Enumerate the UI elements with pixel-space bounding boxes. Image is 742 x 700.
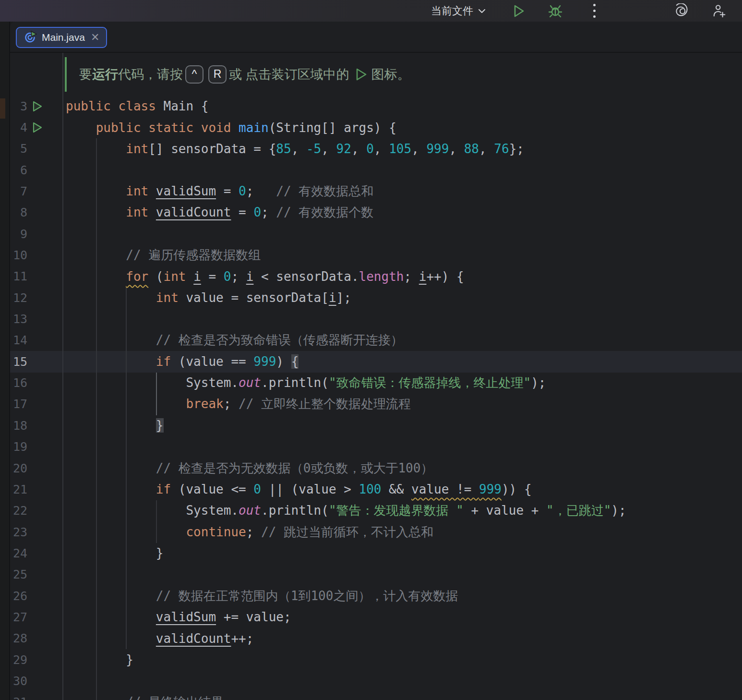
code-line[interactable]: 28 validCount++; <box>10 628 742 649</box>
code-text: // 检查是否为无效数据（0或负数，或大于100） <box>62 460 433 477</box>
line-number[interactable]: 12 <box>10 291 27 305</box>
code-line[interactable]: 5 int[] sensorData = {85, -5, 92, 0, 105… <box>10 138 742 159</box>
code-line[interactable]: 11 for (int i = 0; i < sensorData.length… <box>10 266 742 287</box>
line-number[interactable]: 4 <box>10 121 27 134</box>
more-options-button[interactable] <box>586 3 602 19</box>
code-line[interactable]: 22 System.out.println("警告：发现越界数据 " + val… <box>10 500 742 521</box>
code-line[interactable]: 12 int value = sensorData[i]; <box>10 287 742 308</box>
code-line[interactable]: 26 // 数据在正常范围内（1到100之间），计入有效数据 <box>10 585 742 606</box>
code-line[interactable]: 27 validSum += value; <box>10 606 742 628</box>
editor-rows: 3public class Main {4 public static void… <box>10 96 742 700</box>
code-line[interactable]: 14 // 检查是否为致命错误（传感器断开连接） <box>10 330 742 351</box>
gutter-run-icon[interactable] <box>27 100 62 113</box>
line-number[interactable]: 11 <box>10 269 27 283</box>
line-number[interactable]: 30 <box>10 674 27 688</box>
code-line[interactable]: 8 int validCount = 0; // 有效数据个数 <box>10 202 742 223</box>
banner-segment: 或 点击装订区域中的 <box>229 66 349 83</box>
java-run-class-icon <box>24 30 37 45</box>
line-number[interactable]: 13 <box>10 312 27 326</box>
code-line[interactable]: 29 } <box>10 649 742 670</box>
code-line[interactable]: 17 break; // 立即终止整个数据处理流程 <box>10 394 742 415</box>
code-line[interactable]: 21 if (value <= 0 || (value > 100 && val… <box>10 479 742 500</box>
line-number[interactable]: 7 <box>10 184 27 198</box>
code-line[interactable]: 15 if (value == 999) { <box>10 351 742 372</box>
code-line[interactable]: 24 } <box>10 543 742 564</box>
tab-label: Main.java <box>42 32 85 43</box>
ai-assistant-icon <box>675 3 690 19</box>
line-number[interactable]: 17 <box>10 397 27 411</box>
line-number[interactable]: 5 <box>10 142 27 156</box>
code-text: System.out.println("警告：发现越界数据 " + value … <box>62 502 626 519</box>
line-number[interactable]: 3 <box>10 99 27 113</box>
banner-segment: 代码，请按 <box>118 66 183 83</box>
ai-assistant-button[interactable] <box>674 3 691 19</box>
tool-window-stripe-marker[interactable] <box>0 98 5 119</box>
code-editor[interactable]: 要运行代码，请按 ^R 或 点击装订区域中的 图标。 3public class… <box>10 53 742 700</box>
code-text: public class Main { <box>62 99 208 113</box>
code-text: int value = sensorData[i]; <box>62 290 351 305</box>
run-configuration-selector[interactable]: 当前文件 <box>431 4 486 18</box>
code-text: break; // 立即终止整个数据处理流程 <box>62 396 411 412</box>
tab-main-java[interactable]: Main.java ✕ <box>16 27 107 48</box>
line-number[interactable]: 19 <box>10 440 27 454</box>
banner-text: 要运行代码，请按 ^R 或 点击装订区域中的 图标。 <box>79 53 410 96</box>
main-toolbar: 当前文件 <box>0 0 742 22</box>
line-number[interactable]: 15 <box>10 355 27 369</box>
code-text: int[] sensorData = {85, -5, 92, 0, 105, … <box>62 142 524 156</box>
line-number[interactable]: 16 <box>10 376 27 390</box>
chevron-down-icon <box>478 9 486 13</box>
code-line[interactable]: 31 // 最终输出结果 <box>10 692 742 700</box>
line-number[interactable]: 21 <box>10 483 27 496</box>
line-number[interactable]: 20 <box>10 461 27 475</box>
line-number[interactable]: 26 <box>10 589 27 603</box>
code-line[interactable]: 16 System.out.println("致命错误：传感器掉线，终止处理")… <box>10 372 742 393</box>
line-number[interactable]: 29 <box>10 653 27 667</box>
keycap: R <box>208 65 227 84</box>
line-number[interactable]: 10 <box>10 248 27 262</box>
debug-button[interactable] <box>547 3 563 19</box>
line-number[interactable]: 27 <box>10 610 27 624</box>
line-number[interactable]: 9 <box>10 227 27 241</box>
code-line[interactable]: 9 <box>10 223 742 244</box>
line-number[interactable]: 23 <box>10 525 27 539</box>
code-with-me-button[interactable] <box>711 3 728 19</box>
line-number[interactable]: 28 <box>10 631 27 645</box>
line-number[interactable]: 22 <box>10 504 27 518</box>
code-line[interactable]: 3public class Main { <box>10 96 742 117</box>
line-number[interactable]: 14 <box>10 333 27 347</box>
run-button[interactable] <box>510 3 527 19</box>
line-number[interactable]: 6 <box>10 163 27 177</box>
code-text: if (value <= 0 || (value > 100 && value … <box>62 482 532 496</box>
keycap: ^ <box>185 65 203 84</box>
code-text: // 遍历传感器数据数组 <box>62 247 261 264</box>
run-icon <box>511 3 526 19</box>
banner-segment: 要 <box>79 66 92 83</box>
code-text: int validSum = 0; // 有效数据总和 <box>62 183 373 200</box>
code-text: // 数据在正常范围内（1到100之间），计入有效数据 <box>62 588 458 604</box>
line-number[interactable]: 18 <box>10 419 27 433</box>
close-icon[interactable]: ✕ <box>91 32 99 43</box>
editor-tab-bar: Main.java ✕ <box>10 22 742 53</box>
code-line[interactable]: 23 continue; // 跳过当前循环，不计入总和 <box>10 521 742 543</box>
code-line[interactable]: 25 <box>10 564 742 585</box>
line-number[interactable]: 8 <box>10 205 27 219</box>
code-line[interactable]: 10 // 遍历传感器数据数组 <box>10 244 742 266</box>
code-line[interactable]: 18 } <box>10 415 742 436</box>
code-line[interactable]: 20 // 检查是否为无效数据（0或负数，或大于100） <box>10 458 742 479</box>
code-line[interactable]: 4 public static void main(String[] args)… <box>10 117 742 138</box>
code-text: if (value == 999) { <box>62 354 299 369</box>
editor-panel: Main.java ✕ 要运行代码，请按 ^R 或 点击装订区域中的 图标。 3… <box>10 22 742 700</box>
code-line[interactable]: 13 <box>10 308 742 329</box>
left-tool-window-stripe <box>0 22 10 700</box>
code-text: } <box>62 546 164 560</box>
code-line[interactable]: 6 <box>10 159 742 181</box>
code-line[interactable]: 30 <box>10 670 742 691</box>
code-line[interactable]: 19 <box>10 436 742 458</box>
line-number[interactable]: 24 <box>10 546 27 560</box>
gutter-run-icon[interactable] <box>27 121 62 134</box>
code-text: public static void main(String[] args) { <box>62 121 396 135</box>
line-number[interactable]: 25 <box>10 567 27 581</box>
code-line[interactable]: 7 int validSum = 0; // 有效数据总和 <box>10 181 742 202</box>
line-number[interactable]: 31 <box>10 695 27 700</box>
add-user-icon <box>712 3 727 19</box>
